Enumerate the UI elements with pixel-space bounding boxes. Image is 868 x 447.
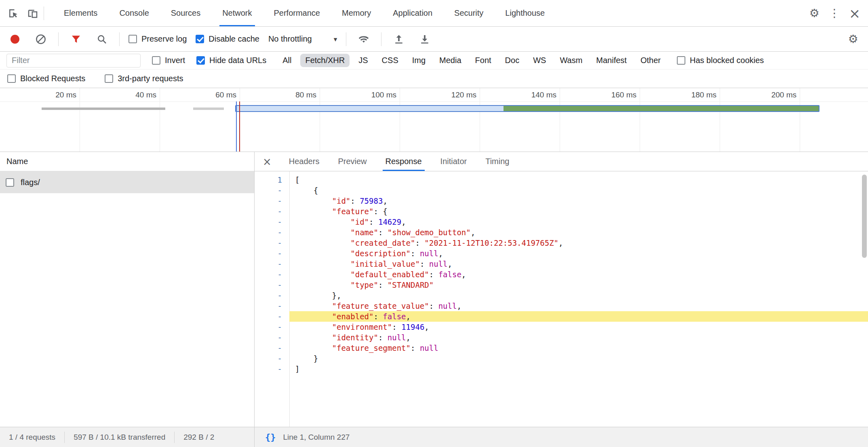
third-party-requests-label: 3rd-party requests <box>118 74 183 83</box>
device-toolbar-icon[interactable] <box>24 5 41 22</box>
checkbox-unchecked[interactable] <box>129 35 137 43</box>
has-blocked-cookies-checkbox[interactable]: Has blocked cookies <box>677 56 764 65</box>
tab-lighthouse[interactable]: Lighthouse <box>494 0 556 26</box>
status-bar: 1 / 4 requests 597 B / 10.1 kB transferr… <box>0 427 868 447</box>
editor-status: {} Line 1, Column 227 <box>255 427 868 447</box>
filter-funnel-icon[interactable] <box>67 31 84 48</box>
filter-type-wasm[interactable]: Wasm <box>555 54 587 67</box>
line-number: - <box>255 185 289 196</box>
disable-cache-checkbox[interactable]: Disable cache <box>196 34 259 44</box>
divider <box>58 32 59 46</box>
third-party-requests-checkbox[interactable]: 3rd-party requests <box>105 74 183 83</box>
import-har-icon[interactable] <box>390 31 407 48</box>
tab-application[interactable]: Application <box>382 0 443 26</box>
code-line: - "initial_value": null, <box>255 259 868 269</box>
clear-network-log-icon[interactable] <box>32 31 49 48</box>
detail-tabs: HeadersPreviewResponseInitiatorTiming <box>280 152 519 171</box>
tab-security[interactable]: Security <box>443 0 494 26</box>
detail-tab-initiator[interactable]: Initiator <box>431 152 476 171</box>
tab-performance[interactable]: Performance <box>263 0 331 26</box>
code-line: -] <box>255 364 868 374</box>
network-settings-gear-icon[interactable]: ⚙ <box>845 31 862 48</box>
divider <box>346 32 346 46</box>
filter-type-fetch-xhr[interactable]: Fetch/XHR <box>300 54 350 67</box>
filter-bar-secondary: Blocked Requests 3rd-party requests <box>0 70 868 88</box>
resource-summary: 292 B / 2 <box>175 433 223 442</box>
checkbox-unchecked[interactable] <box>152 56 160 65</box>
detail-tab-headers[interactable]: Headers <box>280 152 329 171</box>
close-devtools-icon[interactable]: × <box>846 5 863 22</box>
detail-tab-preview[interactable]: Preview <box>329 152 376 171</box>
main-tabbar: ElementsConsoleSourcesNetworkPerformance… <box>0 0 868 27</box>
filter-type-font[interactable]: Font <box>470 54 496 67</box>
code-text: "environment": 11946, <box>289 322 868 332</box>
filter-type-manifest[interactable]: Manifest <box>591 54 632 67</box>
code-line: - "feature_segment": null <box>255 343 868 353</box>
checkbox-unchecked[interactable] <box>105 74 113 83</box>
invert-checkbox[interactable]: Invert <box>152 56 185 65</box>
filter-type-ws[interactable]: WS <box>528 54 551 67</box>
code-text: }, <box>289 290 868 301</box>
checkbox-unchecked[interactable] <box>677 56 685 65</box>
line-number: - <box>255 259 289 269</box>
line-number: - <box>255 238 289 248</box>
line-number: - <box>255 248 289 259</box>
filter-type-media[interactable]: Media <box>434 54 466 67</box>
detail-tab-timing[interactable]: Timing <box>476 152 518 171</box>
vertical-scrollbar[interactable] <box>862 175 867 258</box>
search-icon[interactable] <box>93 31 110 48</box>
close-detail-icon[interactable]: × <box>255 156 280 168</box>
code-text: ] <box>289 364 868 374</box>
filter-type-all[interactable]: All <box>278 54 296 67</box>
request-detail-panel: × HeadersPreviewResponseInitiatorTiming … <box>255 152 868 427</box>
throttling-select[interactable]: No throttling ▾ <box>268 34 337 44</box>
line-number: - <box>255 280 289 290</box>
hide-data-urls-checkbox[interactable]: Hide data URLs <box>196 56 266 65</box>
request-checkbox[interactable] <box>6 178 14 187</box>
filter-type-img[interactable]: Img <box>407 54 430 67</box>
filter-type-js[interactable]: JS <box>354 54 373 67</box>
tab-console[interactable]: Console <box>108 0 160 26</box>
code-line-highlighted: - "enabled": false, <box>255 311 868 322</box>
blocked-requests-checkbox[interactable]: Blocked Requests <box>7 74 85 83</box>
filter-type-doc[interactable]: Doc <box>500 54 525 67</box>
checkbox-unchecked[interactable] <box>7 74 16 83</box>
pretty-print-icon[interactable]: {} <box>265 432 276 442</box>
tab-sources[interactable]: Sources <box>160 0 211 26</box>
line-number: - <box>255 322 289 332</box>
detail-tab-response[interactable]: Response <box>376 152 431 171</box>
code-text: "id": 75983, <box>289 196 868 206</box>
tab-memory[interactable]: Memory <box>331 0 382 26</box>
filter-type-other[interactable]: Other <box>636 54 666 67</box>
code-text: "type": "STANDARD" <box>289 280 868 290</box>
request-row[interactable]: flags/ <box>0 171 254 193</box>
preserve-log-checkbox[interactable]: Preserve log <box>129 34 187 44</box>
checkbox-checked[interactable] <box>196 56 205 65</box>
inspect-element-icon[interactable] <box>5 5 22 22</box>
network-overview-timeline[interactable]: 20 ms40 ms60 ms80 ms100 ms120 ms140 ms16… <box>0 88 868 152</box>
code-line: 1[ <box>255 175 868 185</box>
tab-elements[interactable]: Elements <box>53 0 108 26</box>
code-text: [ <box>289 175 868 185</box>
settings-gear-icon[interactable]: ⚙ <box>806 5 823 22</box>
network-conditions-icon[interactable] <box>355 31 372 48</box>
network-toolbar: Preserve log Disable cache No throttling… <box>0 27 868 52</box>
code-text: { <box>289 185 868 196</box>
name-column-header[interactable]: Name <box>0 152 254 171</box>
divider <box>381 32 381 46</box>
resource-type-filters: AllFetch/XHRJSCSSImgMediaFontDocWSWasmMa… <box>278 54 666 67</box>
request-bar-gray <box>193 108 224 110</box>
kebab-menu-icon[interactable]: ⋮ <box>826 5 843 22</box>
filter-type-css[interactable]: CSS <box>377 54 403 67</box>
code-text: "initial_value": null, <box>289 259 868 269</box>
code-line: - "type": "STANDARD" <box>255 280 868 290</box>
code-text: "feature_segment": null <box>289 343 868 353</box>
export-har-icon[interactable] <box>416 31 433 48</box>
preserve-log-label: Preserve log <box>141 34 187 44</box>
filter-input[interactable] <box>6 54 141 67</box>
response-code-viewer[interactable]: 1[- {- "id": 75983,- "feature": {- "id":… <box>255 171 868 427</box>
tab-network[interactable]: Network <box>211 0 263 26</box>
record-network-log-icon[interactable] <box>6 31 23 48</box>
code-text: } <box>289 353 868 364</box>
checkbox-checked[interactable] <box>196 35 204 43</box>
